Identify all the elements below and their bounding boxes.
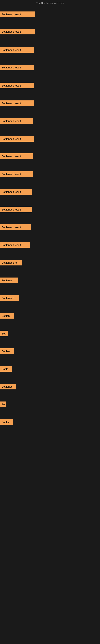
bottleneck-result-item: Bottleneck result — [0, 171, 33, 177]
bottleneck-result-item: Bottleneck result — [0, 207, 32, 212]
bottleneck-result-item: Bottleneck result — [0, 29, 35, 34]
bottleneck-result-item: Bottleneck result — [0, 64, 34, 70]
bottleneck-result-item: Bottleneck result — [0, 118, 33, 124]
bottleneck-result-item: Bottleneck result — [0, 136, 34, 142]
bottleneck-result-item: Bottlen — [0, 313, 14, 318]
bottleneck-result-item: Bottleneck result — [0, 12, 35, 17]
bottleneck-result-item: Bottleneck re — [0, 260, 22, 266]
bottleneck-result-item: Bottleneck result — [0, 153, 33, 159]
bottleneck-result-item: Bottleneck result — [0, 189, 32, 194]
bottleneck-result-item: Bottleneck result — [0, 242, 30, 248]
bottleneck-result-item: Bottlenec — [0, 384, 16, 390]
bottleneck-result-item: Bottlen — [0, 348, 14, 354]
bottleneck-result-item: Bottleneck result — [0, 100, 34, 106]
bottleneck-result-item: Bottleneck r — [0, 295, 19, 301]
bottleneck-result-item: Bot — [0, 331, 8, 336]
bottleneck-result-item: Bottle — [0, 366, 12, 372]
bottleneck-result-item: Bottler — [0, 419, 13, 425]
bottleneck-result-item: Bottlenec — [0, 278, 18, 283]
bottleneck-result-item: Bottleneck result — [0, 47, 34, 53]
bottleneck-result-item: Bottleneck result — [0, 83, 34, 88]
bottleneck-result-item: Bo — [0, 402, 6, 407]
bottleneck-result-item: Bottleneck result — [0, 224, 31, 230]
site-title: TheBottlenecker.com — [0, 0, 100, 6]
